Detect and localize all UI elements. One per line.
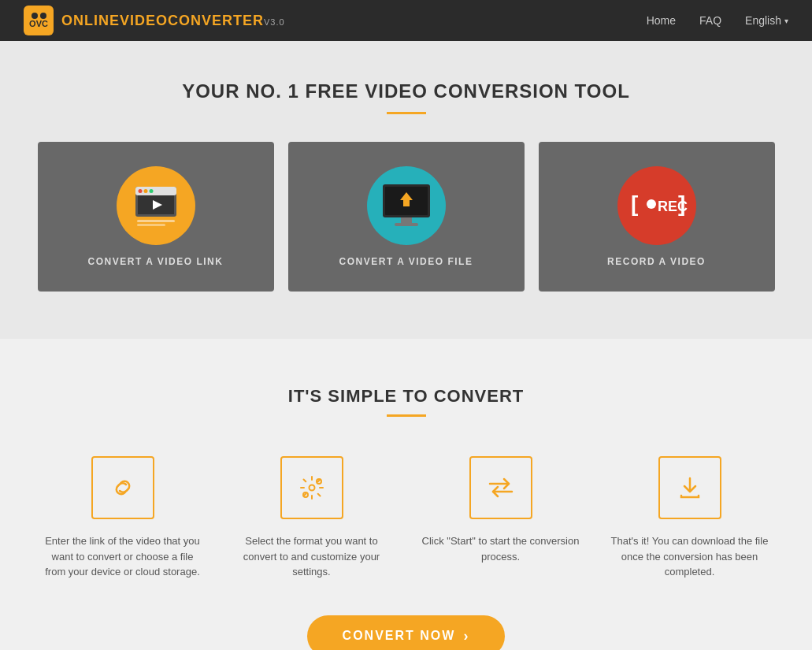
hero-title: Your No. 1 Free Video Conversion Tool <box>16 80 796 102</box>
logo-area: OVC OnlineVideoConverterv3.0 <box>24 6 285 35</box>
main-nav: Home FAQ English ▾ <box>647 14 788 27</box>
convert-now-button[interactable]: Convert Now › <box>307 615 506 651</box>
svg-text:]: ] <box>678 191 685 216</box>
step-2: Select the format you want to convert to… <box>233 456 391 580</box>
link-icon <box>109 474 137 502</box>
hero-section: Your No. 1 Free Video Conversion Tool <box>0 41 812 315</box>
simple-section: It's Simple to Convert Enter the link of… <box>0 339 812 650</box>
card-convert-file[interactable]: Convert a Video File <box>288 142 525 292</box>
step-2-text: Select the format you want to convert to… <box>233 533 391 580</box>
convert-btn-arrow-icon: › <box>463 628 469 644</box>
logo-ovc-text: OVC <box>29 20 48 28</box>
svg-text:[: [ <box>631 191 638 216</box>
card-file-icon-circle <box>367 166 446 245</box>
card-link-label: Convert a Video Link <box>88 256 224 267</box>
chevron-down-icon: ▾ <box>784 17 788 25</box>
card-link-icon-circle <box>117 166 195 245</box>
card-convert-link[interactable]: Convert a Video Link <box>38 142 274 292</box>
step-4-text: That's it! You can download the file onc… <box>611 533 769 580</box>
convert-icon <box>487 474 515 502</box>
simple-title: It's Simple to Convert <box>16 386 796 407</box>
svg-point-15 <box>647 199 656 209</box>
svg-rect-8 <box>137 224 165 226</box>
simple-underline <box>387 414 426 417</box>
video-file-icon <box>371 170 442 241</box>
svg-point-4 <box>149 189 153 193</box>
nav-faq-link[interactable]: FAQ <box>699 14 721 27</box>
card-record-label: Record a Video <box>607 256 706 267</box>
card-file-label: Convert a Video File <box>339 256 473 267</box>
step-1-text: Enter the link of the video that you wan… <box>44 533 202 580</box>
record-icon: [ REC ] <box>621 170 692 241</box>
hero-underline <box>387 112 426 114</box>
step-3: Click "Start" to start the conversion pr… <box>422 456 580 580</box>
card-record-icon-circle: [ REC ] <box>617 166 696 245</box>
step-2-icon-box <box>280 456 343 519</box>
card-record-video[interactable]: [ REC ] Record a Video <box>539 142 775 292</box>
settings-icon <box>298 474 326 502</box>
logo-eye-left <box>32 13 38 19</box>
convert-btn-label: Convert Now <box>343 629 456 643</box>
cards-row: Convert a Video Link Convert a Video <box>20 142 792 292</box>
logo-eyes <box>32 13 46 19</box>
svg-rect-12 <box>395 223 418 226</box>
step-4-icon-box <box>658 456 721 519</box>
steps-row: Enter the link of the video that you wan… <box>20 456 792 580</box>
logo-badge: OVC <box>24 6 54 35</box>
language-selector[interactable]: English ▾ <box>745 14 788 27</box>
svg-point-18 <box>309 485 314 491</box>
svg-point-3 <box>143 189 147 193</box>
video-link-icon <box>124 174 187 237</box>
step-4: That's it! You can download the file onc… <box>611 456 769 580</box>
logo-title-area: OnlineVideoConverterv3.0 <box>61 13 285 29</box>
svg-point-2 <box>138 189 142 193</box>
logo-title: OnlineVideoConverterv3.0 <box>61 13 285 28</box>
nav-home-link[interactable]: Home <box>647 14 676 27</box>
header: OVC OnlineVideoConverterv3.0 Home FAQ En… <box>0 0 812 41</box>
logo-eye-right <box>40 13 46 19</box>
download-icon <box>676 474 704 502</box>
step-3-icon-box <box>469 456 532 519</box>
logo-version: v3.0 <box>264 17 285 27</box>
svg-rect-11 <box>401 217 412 223</box>
lang-label: English <box>745 14 781 27</box>
svg-rect-7 <box>137 220 175 222</box>
logo-title-main: OnlineVideoConverter <box>61 13 264 28</box>
step-3-text: Click "Start" to start the conversion pr… <box>422 533 580 564</box>
step-1-icon-box <box>91 456 154 519</box>
step-1: Enter the link of the video that you wan… <box>44 456 202 580</box>
